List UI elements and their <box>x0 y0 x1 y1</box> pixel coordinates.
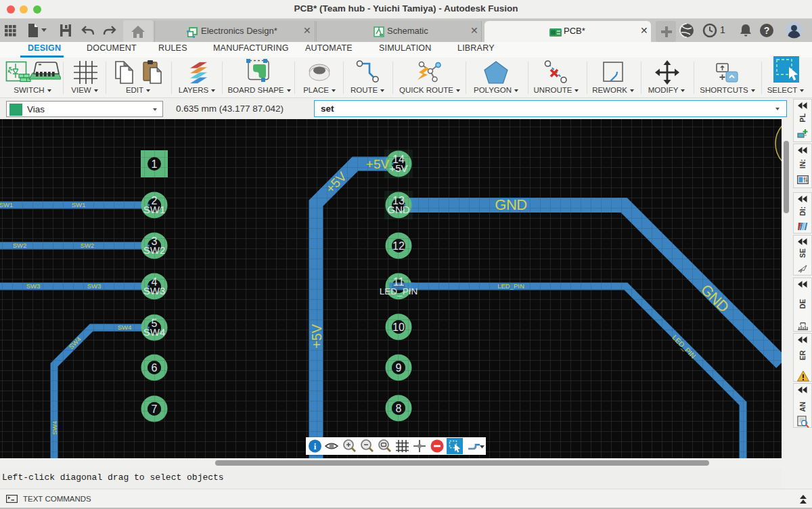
svg-text:LED_PIN: LED_PIN <box>380 286 418 296</box>
svg-text:+5V: +5V <box>389 162 407 174</box>
svg-text:SW3: SW3 <box>26 282 41 290</box>
svg-text:6: 6 <box>152 362 158 374</box>
svg-text:SW3: SW3 <box>87 282 102 290</box>
svg-text:+5V: +5V <box>366 157 390 171</box>
svg-text:SW2: SW2 <box>13 242 27 249</box>
svg-text:LED_PIN: LED_PIN <box>497 282 524 290</box>
svg-text:SW1: SW1 <box>0 201 13 208</box>
svg-text:7: 7 <box>152 403 158 415</box>
svg-text:9: 9 <box>396 362 402 374</box>
svg-text:SW2: SW2 <box>143 244 166 256</box>
svg-text:8: 8 <box>396 403 402 414</box>
svg-text:SW2: SW2 <box>81 242 95 249</box>
svg-text:i: i <box>314 441 317 451</box>
svg-text:SW3: SW3 <box>143 285 166 296</box>
svg-text:10: 10 <box>392 322 405 333</box>
svg-text:GND: GND <box>387 204 410 215</box>
svg-text:1: 1 <box>152 158 158 170</box>
svg-text:SW1: SW1 <box>72 201 86 208</box>
svg-text:SW4: SW4 <box>118 324 132 331</box>
svg-text:+5V: +5V <box>309 324 324 349</box>
svg-text:12: 12 <box>392 240 405 252</box>
svg-text:GND: GND <box>495 196 526 213</box>
svg-text:?: ? <box>764 25 770 36</box>
svg-text:SW4: SW4 <box>51 421 58 435</box>
svg-text:SW1: SW1 <box>143 204 166 215</box>
svg-text:SW4: SW4 <box>143 326 166 338</box>
